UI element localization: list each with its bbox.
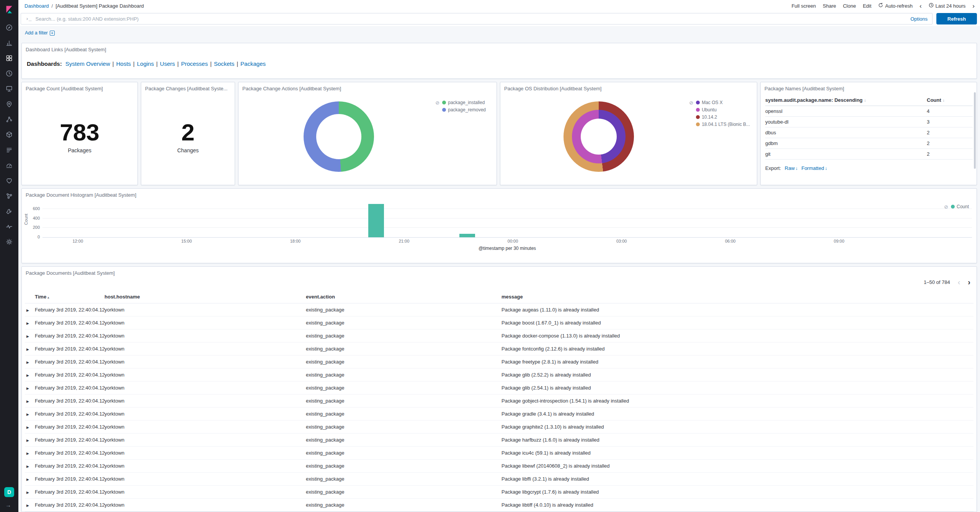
event-action-column-header[interactable]: event.action: [306, 290, 501, 303]
dashboard-link-users[interactable]: Users: [160, 60, 175, 67]
sidebar-item-infrastructure[interactable]: [0, 127, 18, 142]
os-distribution-legend: ⊘ Mac OS XUbuntu10.14.218.04.1 LTS (Bion…: [689, 100, 750, 127]
expand-row-icon[interactable]: ▶: [26, 478, 29, 481]
edit-button[interactable]: Edit: [863, 3, 871, 9]
export-formatted-link[interactable]: Formatted↓: [801, 165, 827, 171]
legend-filter-icon[interactable]: ⊘: [689, 100, 693, 105]
expand-row-icon[interactable]: ▶: [26, 334, 29, 338]
expand-row-icon[interactable]: ▶: [26, 413, 29, 416]
dashboard-link-system-overview[interactable]: System Overview: [65, 60, 110, 67]
legend-label: package_installed: [448, 100, 485, 105]
time-back-chevron[interactable]: ‹: [920, 3, 922, 9]
expand-row-icon[interactable]: ▶: [26, 360, 29, 364]
change-actions-donut[interactable]: [304, 101, 374, 172]
dashboard-link-processes[interactable]: Processes: [181, 60, 208, 67]
sidebar-item-maps[interactable]: [0, 96, 18, 112]
page-prev-button[interactable]: ‹: [958, 278, 960, 286]
expand-row-icon[interactable]: ▶: [26, 399, 29, 403]
query-options-link[interactable]: Options: [910, 16, 928, 22]
topbar: Dashboard / [Auditbeat System] Package D…: [18, 0, 980, 11]
sidebar-item-machine-learning[interactable]: [0, 112, 18, 127]
dashboard-link-hosts[interactable]: Hosts: [116, 60, 131, 67]
refresh-button[interactable]: Refresh: [936, 13, 977, 24]
sidebar-item-canvas[interactable]: [0, 81, 18, 96]
expand-row-icon[interactable]: ▶: [26, 373, 29, 377]
sidebar-item-management[interactable]: [0, 234, 18, 249]
expand-row-icon[interactable]: ▶: [26, 321, 29, 325]
clock-icon: [929, 3, 934, 9]
sidebar-item-discover[interactable]: [0, 20, 18, 35]
expand-row-icon[interactable]: ▶: [26, 452, 29, 455]
full-screen-button[interactable]: Full screen: [792, 3, 816, 9]
os-distribution-donut-outer[interactable]: [564, 101, 634, 172]
package-count-cell[interactable]: 2: [927, 138, 973, 149]
table-row: ▶February 3rd 2019, 22:40:04.121yorktown…: [25, 342, 973, 355]
export-raw-link[interactable]: Raw↓: [785, 165, 798, 171]
scrollbar-thumb[interactable]: [974, 92, 976, 169]
time-forward-chevron[interactable]: ›: [972, 3, 975, 9]
histogram-bar[interactable]: [368, 204, 384, 237]
space-badge[interactable]: D: [4, 487, 14, 497]
sidebar-item-visualize[interactable]: [0, 35, 18, 51]
legend-item[interactable]: Count: [951, 204, 969, 209]
dashboard-link-logins[interactable]: Logins: [137, 60, 154, 67]
expand-row-icon[interactable]: ▶: [26, 491, 29, 494]
package-count-cell[interactable]: 3: [927, 117, 973, 127]
package-name-cell[interactable]: youtube-dl: [765, 117, 927, 127]
auto-refresh-button[interactable]: Auto-refresh: [878, 3, 913, 9]
sidebar-item-monitoring[interactable]: [0, 219, 18, 234]
legend-item[interactable]: Mac OS X: [696, 100, 750, 105]
package-name-cell[interactable]: dbus: [765, 127, 927, 138]
breadcrumb-dashboard-link[interactable]: Dashboard: [24, 3, 49, 9]
kibana-logo[interactable]: [0, 0, 18, 20]
package-name-cell[interactable]: git: [765, 149, 927, 160]
search-input[interactable]: [36, 16, 907, 22]
legend-item[interactable]: package_installed: [442, 100, 486, 105]
legend-item[interactable]: 18.04.1 LTS (Bionic B...: [696, 122, 750, 127]
package-name-cell[interactable]: openssl: [765, 106, 927, 117]
sidebar-item-logs[interactable]: [0, 142, 18, 158]
time-range-picker[interactable]: Last 24 hours: [929, 3, 966, 9]
expand-row-icon[interactable]: ▶: [26, 465, 29, 468]
expand-row-icon[interactable]: ▶: [26, 504, 29, 507]
legend-label: package_removed: [448, 107, 486, 113]
hostname-column-header[interactable]: host.hostname: [105, 290, 306, 303]
expand-row-icon[interactable]: ▶: [26, 439, 29, 442]
dashboard-link-sockets[interactable]: Sockets: [214, 60, 234, 67]
page-next-button[interactable]: ›: [968, 278, 970, 286]
hostname-cell: yorktown: [105, 395, 306, 408]
legend-filter-icon[interactable]: ⊘: [435, 100, 439, 105]
expand-row-icon[interactable]: ▶: [26, 308, 29, 312]
package-count-cell[interactable]: 4: [927, 106, 973, 117]
package-count-cell[interactable]: 2: [927, 149, 973, 160]
message-cell: Package freetype (2.8.1) is already inst…: [501, 355, 973, 369]
expand-row-icon[interactable]: ▶: [26, 386, 29, 390]
legend-item[interactable]: Ubuntu: [696, 107, 750, 113]
hostname-cell: yorktown: [105, 316, 306, 329]
legend-filter-icon[interactable]: ⊘: [944, 204, 948, 209]
sidebar-collapse-icon[interactable]: →: [0, 502, 18, 508]
message-column-header[interactable]: message: [501, 290, 973, 303]
share-button[interactable]: Share: [823, 3, 836, 9]
sidebar-item-graph[interactable]: [0, 188, 18, 204]
dashboard-link-packages[interactable]: Packages: [240, 60, 266, 67]
package-name-cell[interactable]: gdbm: [765, 138, 927, 149]
sidebar-item-apm[interactable]: [0, 158, 18, 173]
count-header[interactable]: Count↕: [927, 95, 973, 106]
add-filter-link[interactable]: Add a filter +: [25, 30, 55, 36]
histogram-bar[interactable]: [459, 234, 475, 237]
legend-item[interactable]: 10.14.2: [696, 114, 750, 120]
sidebar-item-uptime[interactable]: [0, 173, 18, 188]
package-count-cell[interactable]: 2: [927, 127, 973, 138]
legend-item[interactable]: package_removed: [442, 107, 486, 113]
sidebar-item-dev-tools[interactable]: [0, 204, 18, 219]
time-column-header[interactable]: Time▴: [35, 290, 105, 303]
sidebar-item-dashboard[interactable]: [0, 51, 18, 66]
package-name-header[interactable]: system.audit.package.name: Descending↕: [765, 95, 927, 106]
clone-button[interactable]: Clone: [843, 3, 856, 9]
sidebar-item-timelion[interactable]: [0, 66, 18, 81]
expand-row-icon[interactable]: ▶: [26, 347, 29, 351]
panel-document-histogram: Package Document Histogram [Auditbeat Sy…: [21, 188, 977, 263]
histogram-x-axis: 12:0015:0018:0021:0000:0003:0006:0009:00: [42, 239, 972, 245]
expand-row-icon[interactable]: ▶: [26, 426, 29, 429]
